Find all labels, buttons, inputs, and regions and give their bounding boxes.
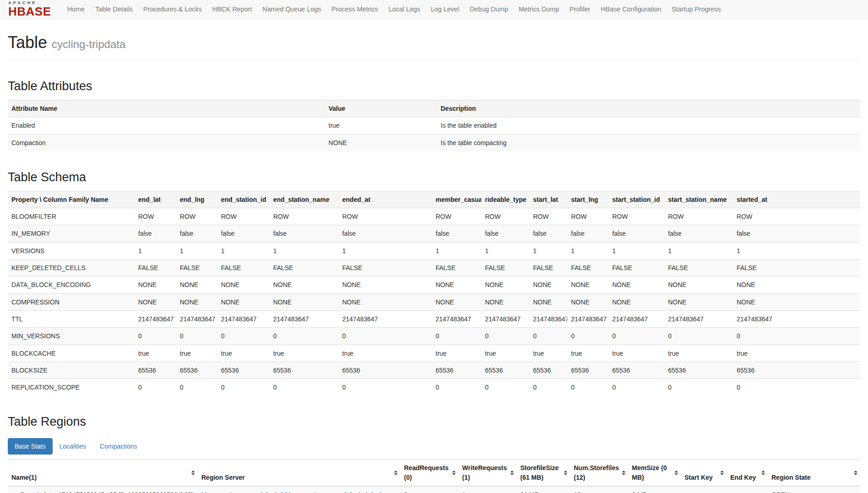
page-content: Tablecycling-tripdata Table Attributes A… — [0, 33, 868, 493]
nav-item-home[interactable]: Home — [62, 0, 90, 19]
schema-cell: 0 — [529, 328, 567, 345]
schema-property: BLOCKSIZE — [8, 362, 135, 379]
regions-column-header-memsize-0-mb[interactable]: MemSize (0 MB) — [628, 460, 681, 486]
schema-cell: FALSE — [135, 260, 176, 276]
regions-column-header-num-storefiles-12[interactable]: Num.Storefiles (12) — [570, 460, 628, 486]
table-row: REPLICATION_SCOPE000000000000 — [8, 379, 860, 396]
schema-cell: 0 — [217, 379, 270, 396]
nav-item-local-logs[interactable]: Local Logs — [383, 0, 426, 19]
schema-property: DATA_BLOCK_ENCODING — [8, 276, 135, 293]
schema-cell: 2147483647 — [217, 310, 270, 327]
nav-item-profiler[interactable]: Profiler — [564, 0, 595, 19]
sort-icon[interactable] — [510, 471, 514, 475]
sort-icon[interactable] — [674, 471, 678, 475]
schema-cell: FALSE — [432, 260, 481, 276]
logo-hbase-text: HBASE — [8, 5, 51, 17]
schema-cell: 65536 — [481, 362, 529, 379]
sort-icon[interactable] — [452, 471, 456, 475]
column-header-property: Property \ Column Family Name — [8, 191, 135, 208]
region-server-link[interactable]: hbase-regionserver-default-0.hbase-regio… — [201, 491, 396, 493]
column-header-end-station-name: end_station_name — [270, 191, 339, 208]
schema-cell: 0 — [567, 379, 609, 396]
schema-cell: FALSE — [529, 260, 567, 276]
schema-cell: 0 — [176, 379, 217, 396]
regions-column-header-readrequests-0[interactable]: ReadRequests (0) — [400, 460, 458, 486]
tab-compactions[interactable]: Compactions — [93, 438, 144, 455]
schema-cell: 1 — [339, 242, 432, 259]
regions-column-label: Num.Storefiles (12) — [574, 464, 619, 481]
schema-cell: true — [176, 345, 217, 362]
table-row: BLOOMFILTERROWROWROWROWROWROWROWROWROWRO… — [8, 208, 860, 225]
schema-cell: 2147483647 — [270, 310, 339, 327]
sort-icon[interactable] — [720, 471, 724, 475]
nav-item-hbck-report[interactable]: HBCK Report — [207, 0, 257, 19]
tab-localities[interactable]: Localities — [53, 438, 93, 455]
schema-cell: NONE — [339, 276, 432, 293]
attribute-value: true — [325, 117, 437, 134]
sort-icon[interactable] — [854, 471, 857, 475]
schema-cell: 1 — [567, 242, 609, 259]
regions-column-header-storefilesize-61-mb[interactable]: StorefileSize (61 MB) — [517, 460, 570, 486]
tab-base-stats[interactable]: Base Stats — [8, 438, 53, 455]
regions-column-header-region-state[interactable]: Region State — [768, 460, 860, 486]
sort-icon[interactable] — [622, 471, 625, 475]
nav-item-hbase-configuration[interactable]: HBase Configuration — [596, 0, 667, 19]
schema-cell: 0 — [270, 379, 339, 396]
nav-item-debug-dump[interactable]: Debug Dump — [464, 0, 513, 19]
schema-cell: false — [217, 225, 270, 242]
schema-cell: NONE — [609, 276, 664, 293]
region-start-key — [681, 486, 727, 493]
regions-column-header-writerequests-1[interactable]: WriteRequests (1) — [458, 460, 517, 486]
nav-item-procedures-locks[interactable]: Procedures & Locks — [138, 0, 207, 19]
region-row: cycling-tripdata,,1719475156245.e95d0a13… — [8, 486, 860, 493]
schema-cell: false — [176, 225, 217, 242]
schema-cell: NONE — [339, 293, 432, 310]
region-end-key — [727, 486, 768, 493]
nav-item-named-queue-logs[interactable]: Named Queue Logs — [257, 0, 326, 19]
sort-icon[interactable] — [564, 471, 567, 475]
schema-cell: true — [270, 345, 339, 362]
regions-header: Name(1)Region ServerReadRequests (0)Writ… — [8, 460, 860, 486]
schema-cell: 0 — [664, 379, 733, 396]
schema-cell: NONE — [664, 293, 733, 310]
regions-column-header-start-key[interactable]: Start Key — [681, 460, 727, 486]
table-row: EnabledtrueIs the table enabled — [8, 117, 860, 134]
schema-cell: NONE — [733, 276, 860, 293]
schema-cell: 0 — [135, 328, 176, 345]
page-title-text: Table — [8, 33, 47, 52]
schema-cell: NONE — [609, 293, 664, 310]
nav-item-startup-progress[interactable]: Startup Progress — [667, 0, 726, 19]
regions-column-header-name-1[interactable]: Name(1) — [8, 460, 198, 486]
nav-item-metrics-dump[interactable]: Metrics Dump — [513, 0, 564, 19]
schema-cell: FALSE — [217, 260, 270, 276]
sort-icon[interactable] — [761, 471, 765, 475]
nav-item-table-details[interactable]: Table Details — [90, 0, 138, 19]
sort-icon[interactable] — [191, 471, 195, 475]
hbase-logo[interactable]: APACHE HBASE — [4, 0, 56, 18]
schema-cell: false — [270, 225, 339, 242]
schema-cell: NONE — [481, 293, 529, 310]
schema-cell: 0 — [609, 379, 664, 396]
schema-cell: 65536 — [217, 362, 270, 379]
schema-cell: 65536 — [270, 362, 339, 379]
schema-cell: 2147483647 — [567, 310, 609, 327]
schema-cell: FALSE — [481, 260, 529, 276]
regions-column-header-region-server[interactable]: Region Server — [198, 460, 400, 486]
table-schema: Property \ Column Family Nameend_latend_… — [8, 191, 860, 396]
schema-property: IN_MEMORY — [8, 225, 135, 242]
regions-column-header-end-key[interactable]: End Key — [727, 460, 768, 486]
schema-cell: ROW — [481, 208, 529, 225]
schema-cell: FALSE — [176, 260, 217, 276]
sort-icon[interactable] — [394, 471, 398, 475]
schema-cell: true — [609, 345, 664, 362]
nav-item-process-metrics[interactable]: Process Metrics — [326, 0, 383, 19]
column-header-description: Description — [437, 100, 860, 117]
schema-cell: 2147483647 — [664, 310, 733, 327]
nav-item-log-level[interactable]: Log Level — [426, 0, 464, 19]
schema-cell: NONE — [176, 293, 217, 310]
schema-cell: true — [135, 345, 176, 362]
schema-cell: false — [733, 225, 860, 242]
regions-heading: Table Regions — [8, 415, 860, 429]
column-header-start-station-id: start_station_id — [609, 191, 664, 208]
schema-cell: ROW — [567, 208, 609, 225]
